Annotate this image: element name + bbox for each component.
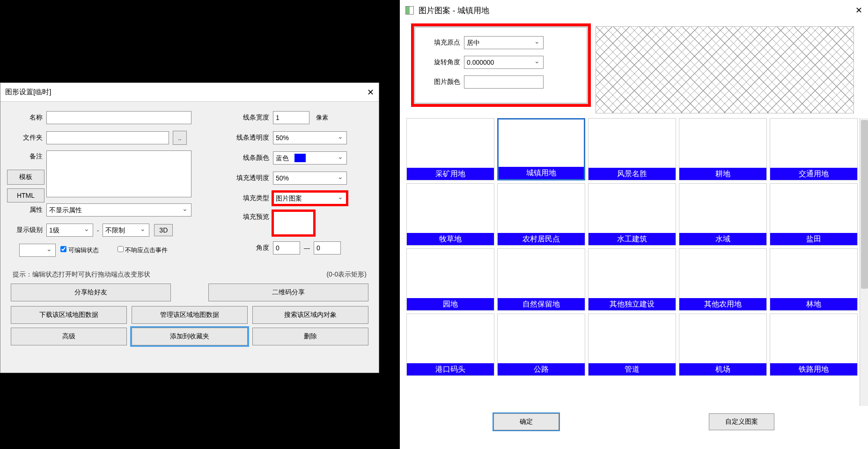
- pattern-swatch: [498, 184, 585, 233]
- qr-button[interactable]: 二维码分享: [208, 284, 368, 301]
- titlebar: 图形设置[临时] ✕: [0, 83, 379, 102]
- pattern-caption: 风景名胜: [588, 168, 676, 180]
- pattern-caption: 管道: [588, 363, 676, 375]
- pattern-picker-dialog: 图片图案 - 城镇用地 ✕ 填充原点 居中 旋转角度 0.000000 图片颜色…: [400, 0, 868, 449]
- noclick-checkbox[interactable]: [118, 246, 124, 252]
- name-input[interactable]: [46, 111, 191, 124]
- pattern-caption: 其他独立建设: [588, 298, 676, 310]
- pattern-swatch: [679, 314, 766, 363]
- pattern-caption: 城镇用地: [499, 167, 584, 179]
- attr-select[interactable]: 不显示属性: [46, 203, 191, 217]
- line-color-select[interactable]: 蓝色: [273, 151, 347, 165]
- share-button[interactable]: 分享给好友: [11, 284, 171, 301]
- origin-label: 填充原点: [426, 38, 460, 47]
- noclick-checkbox-label[interactable]: 不响应点击事件: [118, 246, 168, 254]
- template-button[interactable]: 模板: [7, 170, 44, 185]
- level-from-select[interactable]: 1级: [46, 224, 93, 237]
- origin-select[interactable]: 居中: [464, 36, 544, 49]
- three-d-button[interactable]: 3D: [154, 224, 173, 236]
- pattern-thumb[interactable]: 采矿用地: [406, 118, 494, 180]
- pattern-thumb[interactable]: 林地: [770, 248, 858, 311]
- fill-type-select[interactable]: 图片图案: [273, 192, 347, 205]
- pattern-swatch: [498, 314, 585, 363]
- pattern-swatch: [407, 184, 494, 233]
- pattern-swatch: [679, 249, 766, 298]
- pattern-thumb[interactable]: 城镇用地: [497, 118, 585, 180]
- scrollbar[interactable]: [860, 118, 868, 406]
- line-width-label: 线条宽度: [228, 113, 269, 122]
- pattern-thumb[interactable]: 农村居民点: [497, 183, 585, 246]
- search-area-button[interactable]: 搜索该区域内对象: [252, 306, 368, 324]
- rotation-select[interactable]: 0.000000: [464, 56, 544, 69]
- rotation-label: 旋转角度: [426, 58, 460, 67]
- pattern-caption: 自然保留地: [498, 298, 585, 310]
- custom-pattern-button[interactable]: 自定义图案: [709, 413, 774, 430]
- pattern-swatch: [770, 184, 857, 233]
- editable-checkbox[interactable]: [60, 246, 66, 252]
- note-textarea[interactable]: [46, 150, 191, 197]
- titlebar: 图片图案 - 城镇用地 ✕: [400, 0, 868, 21]
- pattern-thumb[interactable]: 风景名胜: [588, 118, 676, 180]
- pattern-caption: 交通用地: [770, 168, 857, 180]
- image-color-input[interactable]: [464, 75, 544, 89]
- line-opacity-label: 线条透明度: [228, 134, 269, 142]
- pattern-caption: 水工建筑: [588, 233, 676, 245]
- fill-type-label: 填充类型: [228, 194, 269, 202]
- pattern-thumb[interactable]: 港口码头: [406, 314, 494, 376]
- pattern-thumb[interactable]: 水工建筑: [588, 183, 676, 246]
- pattern-swatch: [407, 249, 494, 298]
- level-to-select[interactable]: 不限制: [103, 224, 149, 237]
- advanced-button[interactable]: 高级: [11, 328, 127, 345]
- scroll-thumb[interactable]: [861, 120, 868, 289]
- pattern-swatch: [770, 119, 857, 168]
- fill-preview-box[interactable]: [273, 211, 314, 235]
- close-icon[interactable]: ✕: [855, 5, 862, 15]
- pattern-thumb[interactable]: 铁路用地: [770, 314, 858, 376]
- fill-preview-label: 填充预览: [228, 213, 269, 221]
- pattern-swatch: [588, 249, 676, 298]
- pattern-thumb[interactable]: 其他农用地: [679, 248, 767, 311]
- pattern-swatch: [588, 314, 676, 363]
- pattern-thumb[interactable]: 盐田: [770, 183, 858, 246]
- pattern-thumb[interactable]: 机场: [679, 314, 767, 376]
- editable-checkbox-label[interactable]: 可编辑状态: [60, 246, 99, 254]
- app-icon: [405, 6, 414, 15]
- blank-select[interactable]: [19, 244, 56, 257]
- shape-settings-dialog: 图形设置[临时] ✕ 名称 文件夹 .. 备注 模板 HTML 属性: [0, 82, 379, 373]
- config-form: 填充原点 居中 旋转角度 0.000000 图片颜色: [414, 26, 588, 104]
- pattern-swatch: [679, 184, 766, 233]
- fill-opacity-select[interactable]: 50%: [273, 172, 347, 185]
- pattern-thumb[interactable]: 水域: [679, 183, 767, 246]
- pattern-thumb[interactable]: 牧草地: [406, 183, 494, 246]
- pattern-caption: 铁路用地: [770, 363, 857, 375]
- browse-button[interactable]: ..: [173, 131, 187, 145]
- angle-from-input[interactable]: [273, 241, 300, 254]
- pattern-thumb[interactable]: 管道: [588, 314, 676, 376]
- level-label: 显示级别: [10, 226, 43, 234]
- close-icon[interactable]: ✕: [367, 87, 374, 97]
- line-opacity-select[interactable]: 50%: [273, 131, 347, 144]
- download-area-button[interactable]: 下载该区域地图数据: [11, 306, 127, 324]
- pattern-thumb[interactable]: 自然保留地: [497, 248, 585, 311]
- line-color-label: 线条颜色: [228, 154, 269, 162]
- pattern-gallery: 采矿用地城镇用地风景名胜耕地交通用地牧草地农村居民点水工建筑水域盐田园地自然保留…: [406, 118, 864, 376]
- pattern-thumb[interactable]: 交通用地: [770, 118, 858, 180]
- pattern-caption: 水域: [679, 233, 766, 245]
- add-favorite-button[interactable]: 添加到收藏夹: [132, 328, 248, 345]
- pattern-thumb[interactable]: 其他独立建设: [588, 248, 676, 311]
- angle-to-input[interactable]: [314, 241, 341, 254]
- right-column: 线条宽度 像素 线条透明度 50% 线条颜色 蓝色 填充透明度 50% 填充类型: [228, 110, 369, 263]
- pattern-thumb[interactable]: 耕地: [679, 118, 767, 180]
- delete-button[interactable]: 删除: [252, 328, 368, 345]
- pattern-thumb[interactable]: 公路: [497, 314, 585, 376]
- hint-right: (0-0表示矩形): [326, 270, 367, 279]
- folder-input[interactable]: [46, 131, 169, 144]
- level-dash: -: [97, 227, 99, 234]
- line-width-input[interactable]: [273, 111, 309, 124]
- pattern-thumb[interactable]: 园地: [406, 248, 494, 311]
- ok-button[interactable]: 确定: [493, 413, 559, 430]
- manage-area-button[interactable]: 管理该区域地图数据: [132, 306, 248, 324]
- html-button[interactable]: HTML: [7, 188, 44, 202]
- pattern-caption: 盐田: [770, 233, 857, 245]
- color-swatch: [294, 154, 306, 162]
